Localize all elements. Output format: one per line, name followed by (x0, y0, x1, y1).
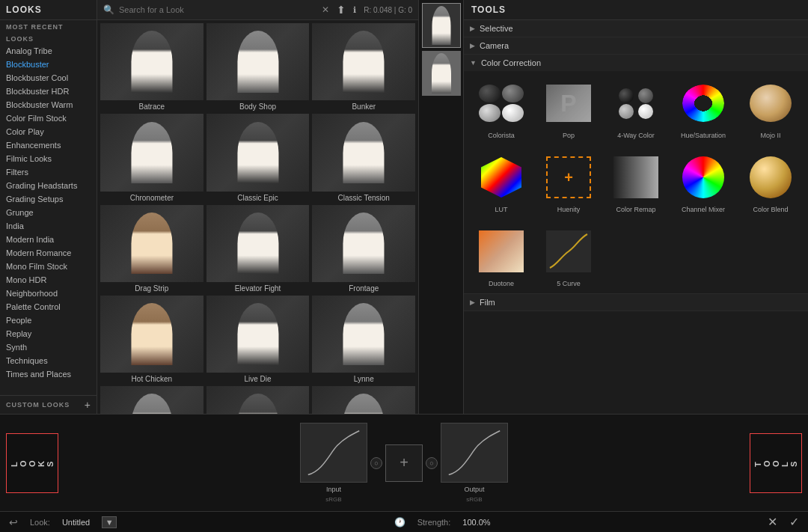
tool-colorblend[interactable]: Color Blend (739, 151, 802, 213)
preview-strip (418, 0, 463, 414)
color-tools-grid-3: Duotone 5 Curve (464, 219, 808, 293)
look-item-live-die[interactable]: Live Die (206, 296, 310, 383)
cancel-button[interactable]: ✕ (768, 515, 777, 529)
sidebar-item-synth[interactable]: Synth (0, 340, 97, 354)
sphere-mid (502, 85, 524, 103)
look-item-classic-epic[interactable]: Classic Epic (206, 114, 310, 201)
search-input[interactable] (119, 5, 317, 14)
channelmixer-label: Channel Mixer (682, 206, 725, 213)
look-item-hot-chicken[interactable]: Hot Chicken (100, 296, 203, 383)
custom-looks-label: CUSTOM LOOKS (6, 401, 70, 409)
tool-huesat[interactable]: Hue/Saturation (672, 77, 735, 139)
sidebar-item-grading-setups[interactable]: Grading Setups (0, 192, 97, 206)
lut-icon-wrap (471, 151, 531, 204)
camera-title: Camera (480, 41, 509, 50)
sidebar-item-grunge[interactable]: Grunge (0, 206, 97, 219)
sidebar-item-blockbuster[interactable]: Blockbuster (0, 58, 97, 71)
add-node-button[interactable]: + (385, 444, 423, 482)
look-item-classic-tension[interactable]: Classic Tension (312, 114, 415, 201)
tools-content: ▶ Selective ▶ Camera ▼ Color Correction (464, 20, 808, 414)
look-item-chronometer[interactable]: Chronometer (100, 114, 203, 201)
huenity-icon: + (546, 156, 591, 198)
tool-mojoii[interactable]: Mojo II (739, 77, 802, 139)
sidebar-item-mono-hdr[interactable]: Mono HDR (0, 273, 97, 287)
colorremap-label: Color Remap (616, 206, 655, 213)
looks-grid: Batrace Body Shop Bunker Chronometer (100, 23, 415, 414)
sidebar-item-analog-tribe[interactable]: Analog Tribe (0, 44, 97, 58)
clear-search-button[interactable]: ✕ (322, 4, 329, 15)
huenity-icon-wrap: + (539, 151, 599, 204)
color-correction-header[interactable]: ▼ Color Correction (464, 55, 808, 71)
output-node[interactable]: Output sRGB (441, 423, 508, 503)
tool-fourway[interactable]: 4-Way Color (605, 77, 667, 139)
sidebar-item-color-film-stock[interactable]: Color Film Stock (0, 111, 97, 125)
camera-arrow: ▶ (470, 42, 475, 49)
add-custom-look-button[interactable]: + (85, 399, 91, 411)
sidebar-item-blockbuster-hdr[interactable]: Blockbuster HDR (0, 85, 97, 98)
sidebar-item-people[interactable]: People (0, 314, 97, 327)
bottom-tools-label: TOOLS (750, 433, 802, 493)
look-item-bunker[interactable]: Bunker (312, 23, 415, 111)
look-item-batrace[interactable]: Batrace (100, 23, 203, 111)
film-header[interactable]: ▶ Film (464, 294, 808, 311)
sidebar-item-filmic-looks[interactable]: Filmic Looks (0, 152, 97, 165)
look-item-lynne[interactable]: Lynne (312, 296, 415, 383)
tool-lut[interactable]: LUT (470, 151, 533, 213)
sidebar-item-india[interactable]: India (0, 219, 97, 233)
tool-fivecurve[interactable]: 5 Curve (537, 225, 600, 287)
preview-thumb-2[interactable] (422, 51, 461, 96)
sidebar-item-replay[interactable]: Replay (0, 327, 97, 340)
sidebar-item-modern-romance[interactable]: Modern Romance (0, 246, 97, 260)
fivecurve-icon-wrap (539, 225, 599, 278)
lut-label: LUT (495, 206, 507, 213)
look-item-maxine[interactable]: Maxine (100, 386, 203, 414)
colorblend-icon-wrap (741, 151, 801, 204)
selective-header[interactable]: ▶ Selective (464, 20, 808, 37)
tool-pop[interactable]: P Pop (537, 77, 600, 139)
camera-header[interactable]: ▶ Camera (464, 37, 808, 54)
look-item-elevator-fight[interactable]: Elevator Fight (206, 205, 310, 293)
look-item-muscle-car[interactable]: Muscle Car (206, 386, 310, 414)
look-item-frontage[interactable]: Frontage (312, 205, 415, 293)
color-tools-grid-1: Colorista P Pop (464, 71, 808, 145)
sidebar-item-blockbuster-cool[interactable]: Blockbuster Cool (0, 71, 97, 85)
look-item-streetwear[interactable]: Streetwear (312, 386, 415, 414)
sidebar-item-blockbuster-warm[interactable]: Blockbuster Warm (0, 98, 97, 111)
sidebar-item-color-play[interactable]: Color Play (0, 125, 97, 138)
strength-label: Strength: (417, 518, 451, 527)
colorremap-icon-wrap (606, 151, 666, 204)
undo-button[interactable]: ↩ (9, 516, 18, 528)
sidebar-item-techniques[interactable]: Techniques (0, 354, 97, 367)
sidebar-item-grading-headstarts[interactable]: Grading Headstarts (0, 179, 97, 192)
look-dropdown-button[interactable]: ▼ (102, 516, 117, 528)
tool-colorremap[interactable]: Color Remap (605, 151, 667, 213)
colorblend-icon (750, 156, 792, 198)
fourway-label: 4-Way Color (617, 132, 655, 139)
preview-thumb-1[interactable] (422, 3, 461, 48)
sidebar-item-enhancements[interactable]: Enhancements (0, 138, 97, 152)
sidebar-item-modern-india[interactable]: Modern India (0, 233, 97, 246)
info-button[interactable]: ℹ (353, 5, 356, 15)
output-curve-svg (441, 424, 507, 482)
tool-colorista[interactable]: Colorista (470, 77, 533, 139)
input-node[interactable]: Input sRGB (300, 423, 367, 503)
duotone-icon (479, 230, 524, 272)
look-item-body-shop[interactable]: Body Shop (206, 23, 310, 111)
colorista-icon (471, 77, 531, 129)
sidebar-item-filters[interactable]: Filters (0, 165, 97, 179)
import-button[interactable]: ⬆ (337, 4, 346, 16)
confirm-button[interactable]: ✓ (789, 515, 799, 529)
sidebar-item-palette-control[interactable]: Palette Control (0, 300, 97, 314)
sidebar-item-times-and-places[interactable]: Times and Places (0, 367, 97, 381)
tool-channelmixer[interactable]: Channel Mixer (672, 151, 735, 213)
bottom-node-graph: Input sRGB ○ + ○ Output sRGB (58, 423, 750, 503)
tool-huenity[interactable]: + Huenity (537, 151, 600, 213)
look-item-drag-strip[interactable]: Drag Strip (100, 205, 203, 293)
sidebar-item-mono-film-stock[interactable]: Mono Film Stock (0, 260, 97, 273)
sidebar-item-neighborhood[interactable]: Neighborhood (0, 287, 97, 300)
search-icon: 🔍 (103, 4, 114, 15)
tool-duotone[interactable]: Duotone (470, 225, 533, 287)
input-thumb (300, 423, 367, 483)
output-label: Output (464, 486, 484, 493)
input-sublabel: sRGB (325, 496, 341, 503)
